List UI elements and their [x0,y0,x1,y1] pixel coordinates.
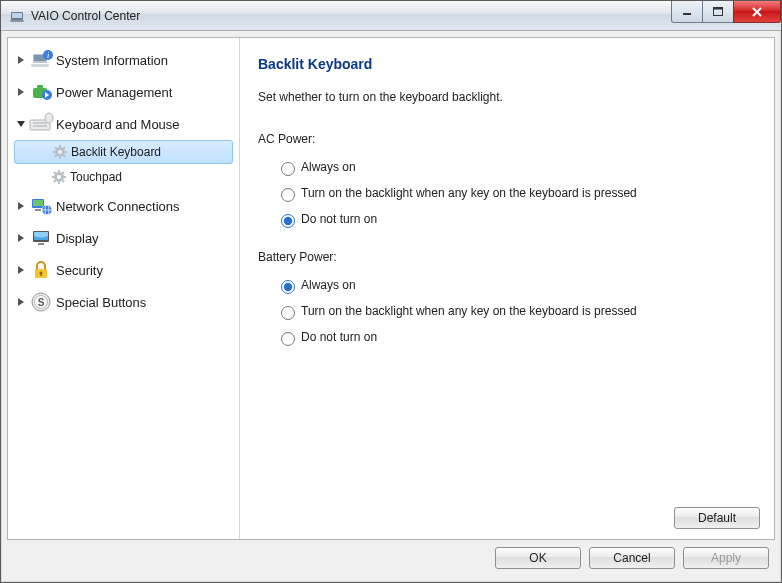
svg-rect-3 [683,13,691,15]
cancel-button[interactable]: Cancel [589,547,675,569]
radio-label: Always on [301,160,356,174]
svg-rect-40 [35,209,41,211]
svg-rect-39 [33,200,43,206]
chevron-right-icon [14,266,28,274]
svg-point-19 [58,150,62,154]
default-button[interactable]: Default [674,507,760,529]
maximize-button[interactable] [702,1,734,23]
svg-rect-12 [37,85,43,89]
svg-line-37 [63,172,65,174]
sidebar-item-security[interactable]: Security [10,254,237,286]
sidebar-item-label: Network Connections [56,199,180,214]
display-icon [28,226,56,250]
radio-label: Turn on the backlight when any key on th… [301,186,637,200]
svg-line-35 [63,181,65,183]
window-buttons [672,1,781,23]
network-icon [28,194,56,218]
sidebar-subitem-label: Touchpad [70,170,122,184]
svg-point-17 [45,113,53,123]
apply-button[interactable]: Apply [683,547,769,569]
ok-button[interactable]: OK [495,547,581,569]
svg-rect-2 [10,20,24,22]
radio-input[interactable] [281,214,295,228]
svg-line-25 [64,156,66,158]
content-pane: Backlit Keyboard Set whether to turn on … [240,38,774,539]
svg-line-36 [54,181,56,183]
battery-power-radio-group: Always on Turn on the backlight when any… [276,272,758,350]
radio-input[interactable] [281,188,295,202]
sidebar-item-system-information[interactable]: i System Information [10,44,237,76]
sidebar-item-label: Special Buttons [56,295,146,310]
svg-rect-5 [714,8,723,10]
keyboard-icon [28,112,56,136]
sidebar-item-display[interactable]: Display [10,222,237,254]
chevron-right-icon [14,56,28,64]
sidebar-item-label: System Information [56,53,168,68]
radio-input[interactable] [281,306,295,320]
page-description: Set whether to turn on the keyboard back… [258,90,758,104]
close-button[interactable] [733,1,781,23]
svg-line-26 [55,156,57,158]
battery-option-on-key[interactable]: Turn on the backlight when any key on th… [276,298,758,324]
sidebar-item-label: Security [56,263,103,278]
radio-input[interactable] [281,162,295,176]
chevron-down-icon [14,120,28,128]
battery-option-never[interactable]: Do not turn on [276,324,758,350]
chevron-right-icon [14,202,28,210]
battery-icon [28,80,56,104]
sidebar-subitem-backlit-keyboard[interactable]: Backlit Keyboard [14,140,233,164]
battery-option-always-on[interactable]: Always on [276,272,758,298]
sidebar-item-network-connections[interactable]: Network Connections [10,190,237,222]
info-icon: i [28,48,56,72]
chevron-right-icon [14,88,28,96]
svg-rect-8 [31,64,49,67]
ac-option-on-key[interactable]: Turn on the backlight when any key on th… [276,180,758,206]
svg-rect-47 [38,243,44,245]
lock-icon [28,258,56,282]
radio-label: Do not turn on [301,212,377,226]
battery-power-label: Battery Power: [258,250,758,264]
sidebar-subitem-label: Backlit Keyboard [71,145,161,159]
ac-power-label: AC Power: [258,132,758,146]
radio-label: Do not turn on [301,330,377,344]
svg-text:i: i [47,51,49,60]
sidebar-item-power-management[interactable]: Power Management [10,76,237,108]
app-window: VAIO Control Center i System [0,0,782,583]
svg-point-29 [57,175,61,179]
radio-input[interactable] [281,332,295,346]
sidebar-item-label: Keyboard and Mouse [56,117,180,132]
svg-text:S: S [38,297,45,308]
chevron-right-icon [14,298,28,306]
radio-label: Turn on the backlight when any key on th… [301,304,637,318]
sidebar-item-special-buttons[interactable]: S Special Buttons [10,286,237,318]
svg-rect-1 [12,13,22,18]
chevron-right-icon [14,234,28,242]
radio-label: Always on [301,278,356,292]
ac-option-never[interactable]: Do not turn on [276,206,758,232]
svg-line-27 [64,147,66,149]
radio-input[interactable] [281,280,295,294]
app-icon [9,8,25,24]
ac-power-radio-group: Always on Turn on the backlight when any… [276,154,758,232]
svg-line-34 [54,172,56,174]
sidebar: i System Information Power Management [8,38,240,539]
titlebar[interactable]: VAIO Control Center [1,1,781,31]
gear-icon [49,144,71,160]
sidebar-item-keyboard-and-mouse[interactable]: Keyboard and Mouse [10,108,237,140]
s-button-icon: S [28,290,56,314]
sidebar-item-label: Display [56,231,99,246]
dialog-footer: OK Cancel Apply [7,540,775,576]
page-title: Backlit Keyboard [258,56,758,72]
gear-icon [48,169,70,185]
ac-option-always-on[interactable]: Always on [276,154,758,180]
window-title: VAIO Control Center [31,9,140,23]
sidebar-subitem-touchpad[interactable]: Touchpad [14,164,233,190]
svg-line-24 [55,147,57,149]
sidebar-item-label: Power Management [56,85,172,100]
svg-rect-50 [40,273,41,276]
minimize-button[interactable] [671,1,703,23]
